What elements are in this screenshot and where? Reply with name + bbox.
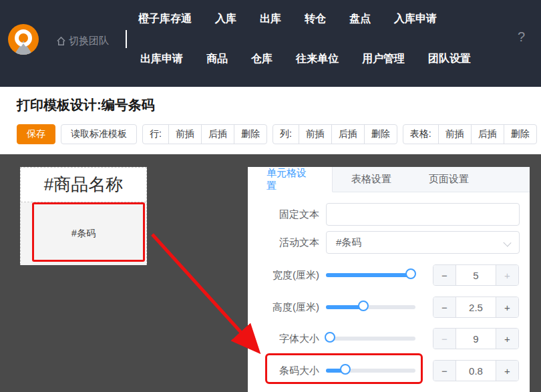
text-cursor [126, 30, 127, 48]
tab-table-settings[interactable]: 表格设置 [333, 167, 410, 192]
settings-panel: 单元格设置 表格设置 页面设置 固定文本 活动文本 #条码 宽度(厘米) [248, 167, 530, 392]
column-insert-before-button[interactable]: 前插 [299, 125, 331, 144]
height-slider-fill [326, 305, 363, 309]
barcode-size-stepper: − 0.8 + [433, 360, 519, 381]
width-stepper: − 5 + [433, 264, 519, 286]
barcode-size-slider[interactable] [326, 369, 415, 373]
height-label: 高度(厘米) [261, 297, 319, 318]
nav-item-products[interactable]: 商品 [206, 52, 228, 66]
row-group-label: 行: [143, 125, 168, 144]
toolbar: 保存 读取标准模板 行: 前插 后插 删除 列: 前插 后插 删除 表格: 前插… [17, 124, 537, 144]
font-size-label: 字体大小 [261, 328, 319, 349]
table-delete-button[interactable]: 删除 [504, 125, 536, 144]
font-size-increase-button[interactable]: + [496, 329, 518, 349]
barcode-size-label: 条码大小 [261, 360, 319, 381]
help-icon[interactable]: ? [518, 29, 525, 45]
height-stepper: − 2.5 + [433, 297, 519, 318]
label-preview-card: #商品名称 #条码 [20, 167, 147, 265]
font-size-decrease-button[interactable]: − [433, 329, 456, 349]
height-slider[interactable] [326, 305, 415, 309]
barcode-size-value: 0.8 [456, 361, 496, 381]
width-decrease-button[interactable]: − [433, 265, 456, 285]
nav-menu-row-2: 出库申请 商品 仓库 往来单位 用户管理 团队设置 [140, 52, 471, 66]
title-toolbar-band: 打印模板设计:编号条码 保存 读取标准模板 行: 前插 后插 删除 列: 前插 … [0, 87, 541, 154]
nav-item-user-management[interactable]: 用户管理 [362, 52, 405, 66]
row-insert-before-button[interactable]: 前插 [168, 125, 201, 144]
load-standard-template-button[interactable]: 读取标准模板 [61, 124, 137, 144]
width-slider-handle[interactable] [405, 268, 416, 279]
nav-item-warehouses[interactable]: 仓库 [251, 52, 273, 66]
width-increase-button[interactable]: + [496, 265, 518, 285]
fixed-text-label: 固定文本 [261, 203, 319, 226]
home-icon [56, 36, 66, 46]
active-text-row: 活动文本 #条码 [248, 231, 530, 255]
cell-barcode[interactable]: #条码 [21, 202, 146, 265]
font-size-slider[interactable] [326, 337, 415, 341]
height-value: 2.5 [456, 297, 496, 317]
fixed-text-row: 固定文本 [248, 203, 530, 227]
column-delete-button[interactable]: 删除 [364, 125, 397, 144]
barcode-size-increase-button[interactable]: + [496, 361, 518, 381]
width-row: 宽度(厘米) − 5 + [248, 264, 530, 286]
barcode-size-row: 条码大小 − 0.8 + [248, 360, 530, 381]
chevron-down-icon [503, 238, 511, 246]
fixed-text-input[interactable] [326, 203, 520, 226]
column-insert-after-button[interactable]: 后插 [331, 125, 364, 144]
table-actions-group: 表格: 前插 后插 删除 [403, 124, 537, 144]
font-size-row: 字体大小 − 9 + [248, 328, 530, 349]
top-navbar: 切换团队 橙子库存通 入库 出库 转仓 盘点 入库申请 出库申请 商品 仓库 往… [0, 0, 541, 87]
print-template-designer: 切换团队 橙子库存通 入库 出库 转仓 盘点 入库申请 出库申请 商品 仓库 往… [0, 0, 541, 392]
nav-item-outbound[interactable]: 出库 [260, 12, 281, 26]
page-title: 打印模板设计:编号条码 [17, 96, 155, 114]
nav-item-team-settings[interactable]: 团队设置 [428, 52, 471, 66]
designer-canvas: #商品名称 #条码 单元格设置 表格设置 页面设置 固定文本 活动文本 #条码 [0, 154, 541, 392]
width-label: 宽度(厘米) [261, 264, 319, 286]
tab-page-settings[interactable]: 页面设置 [410, 167, 488, 192]
row-actions-group: 行: 前插 后插 删除 [142, 124, 267, 144]
nav-item-inbound[interactable]: 入库 [215, 12, 236, 26]
orange-logo-icon[interactable] [7, 23, 39, 55]
row-insert-after-button[interactable]: 后插 [201, 125, 234, 144]
nav-item-inbound-request[interactable]: 入库申请 [394, 12, 437, 26]
save-button[interactable]: 保存 [17, 124, 55, 144]
nav-item-stocktake[interactable]: 盘点 [349, 12, 371, 26]
barcode-size-decrease-button[interactable]: − [433, 361, 456, 381]
nav-item-brand[interactable]: 橙子库存通 [138, 12, 192, 26]
column-group-label: 列: [273, 125, 299, 144]
font-size-stepper: − 9 + [433, 328, 519, 349]
width-value: 5 [456, 265, 496, 285]
table-group-label: 表格: [403, 125, 438, 144]
settings-tabs: 单元格设置 表格设置 页面设置 [248, 167, 530, 192]
height-increase-button[interactable]: + [496, 297, 518, 317]
font-size-value: 9 [456, 329, 496, 349]
column-actions-group: 列: 前插 后插 删除 [273, 124, 397, 144]
table-insert-before-button[interactable]: 前插 [438, 125, 471, 144]
cell-product-name[interactable]: #商品名称 [21, 168, 146, 202]
active-text-label: 活动文本 [261, 231, 319, 254]
nav-item-transfer[interactable]: 转仓 [305, 12, 326, 26]
active-text-selected-value: #条码 [336, 236, 361, 249]
nav-menu-row-1: 橙子库存通 入库 出库 转仓 盘点 入库申请 [138, 12, 437, 26]
height-slider-handle[interactable] [358, 301, 369, 311]
row-delete-button[interactable]: 删除 [234, 125, 266, 144]
switch-team-label: 切换团队 [69, 35, 109, 47]
nav-item-outbound-request[interactable]: 出库申请 [140, 52, 183, 66]
width-slider-fill [326, 273, 409, 277]
width-slider[interactable] [326, 273, 415, 277]
height-decrease-button[interactable]: − [433, 297, 456, 317]
active-text-select[interactable]: #条码 [326, 231, 520, 254]
nav-item-partners[interactable]: 往来单位 [296, 52, 339, 66]
barcode-size-slider-handle[interactable] [340, 364, 351, 375]
switch-team-button[interactable]: 切换团队 [56, 35, 109, 47]
table-insert-after-button[interactable]: 后插 [471, 125, 504, 144]
font-size-slider-handle[interactable] [325, 332, 335, 343]
tab-cell-settings[interactable]: 单元格设置 [248, 167, 333, 192]
height-row: 高度(厘米) − 2.5 + [248, 297, 530, 318]
